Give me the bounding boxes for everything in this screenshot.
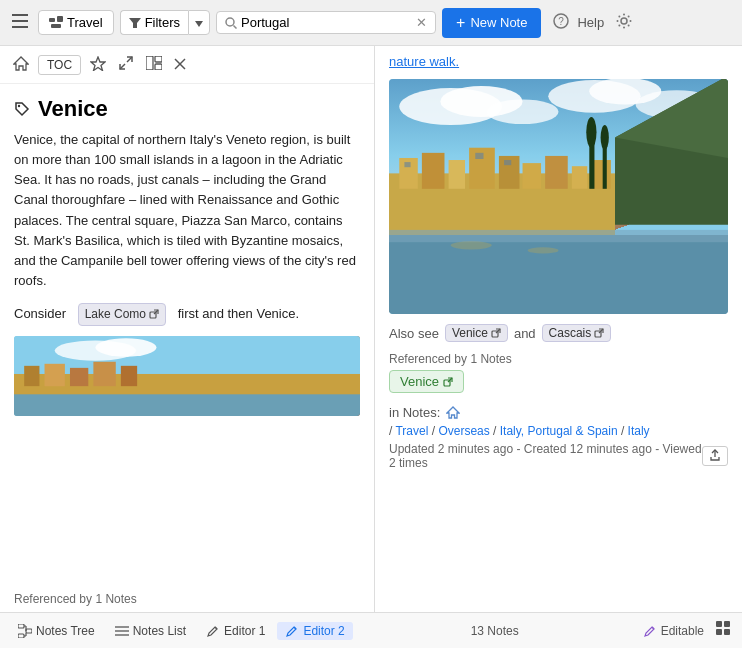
right-referenced-text: Referenced by 1 Notes bbox=[389, 352, 512, 366]
svg-marker-7 bbox=[195, 21, 203, 27]
settings-button[interactable] bbox=[610, 9, 638, 36]
svg-marker-79 bbox=[447, 407, 459, 418]
svg-rect-4 bbox=[57, 16, 63, 22]
search-clear-button[interactable]: ✕ bbox=[416, 15, 427, 30]
expand-button[interactable] bbox=[115, 52, 137, 77]
svg-point-17 bbox=[619, 15, 621, 17]
svg-rect-95 bbox=[724, 621, 730, 627]
star-icon bbox=[90, 56, 106, 71]
svg-rect-39 bbox=[70, 368, 88, 386]
lake-como-link[interactable]: Lake Como bbox=[78, 303, 166, 326]
svg-rect-40 bbox=[93, 361, 115, 385]
notes-list-label: Notes List bbox=[133, 624, 186, 638]
nature-walk-link[interactable]: nature walk. bbox=[389, 54, 459, 69]
notes-tree-item[interactable]: Notes Tree bbox=[10, 622, 103, 640]
filter-icon bbox=[129, 18, 141, 28]
editable-icon bbox=[643, 624, 657, 638]
home-button[interactable] bbox=[10, 53, 32, 77]
notes-list-item[interactable]: Notes List bbox=[107, 622, 194, 640]
svg-rect-41 bbox=[121, 366, 137, 386]
venice-also-see-link[interactable]: Venice bbox=[445, 324, 508, 342]
svg-point-16 bbox=[630, 20, 632, 22]
close-icon bbox=[174, 58, 186, 70]
grid-view-item[interactable] bbox=[716, 621, 732, 640]
svg-point-18 bbox=[628, 25, 630, 27]
right-referenced-by: Referenced by 1 Notes bbox=[389, 352, 728, 366]
svg-rect-82 bbox=[18, 634, 24, 638]
also-see-label: Also see bbox=[389, 326, 439, 341]
notes-count: 13 Notes bbox=[471, 624, 525, 638]
breadcrumb-path: / Travel / Overseas / Italy, Portugal & … bbox=[389, 424, 728, 438]
chevron-down-icon bbox=[195, 21, 203, 27]
breadcrumb-overseas[interactable]: Overseas bbox=[438, 424, 489, 438]
editor2-item[interactable]: Editor 2 bbox=[277, 622, 352, 640]
new-note-label: New Note bbox=[470, 15, 527, 30]
svg-rect-55 bbox=[449, 160, 465, 189]
svg-rect-25 bbox=[146, 56, 153, 70]
editable-item[interactable]: Editable bbox=[643, 624, 704, 638]
editor1-item[interactable]: Editor 1 bbox=[198, 622, 273, 640]
consider-paragraph: Consider Lake Como first and then Venice… bbox=[14, 303, 360, 326]
filter-button[interactable]: Filters bbox=[120, 10, 188, 35]
toc-button[interactable]: TOC bbox=[38, 55, 81, 75]
help-icon: ? bbox=[553, 13, 569, 29]
grid-icon bbox=[716, 621, 732, 637]
svg-rect-70 bbox=[389, 230, 728, 242]
svg-rect-26 bbox=[155, 56, 162, 62]
breadcrumb-italy[interactable]: Italy bbox=[628, 424, 650, 438]
svg-rect-1 bbox=[12, 20, 28, 22]
settings-icon bbox=[616, 13, 632, 29]
right-panel-image bbox=[389, 79, 728, 314]
venice-badge-external-icon bbox=[443, 377, 453, 387]
note-body: Venice, the capital of northern Italy's … bbox=[0, 130, 374, 586]
travel-label: Travel bbox=[67, 15, 103, 30]
help-button[interactable]: ? bbox=[547, 9, 575, 36]
upload-button[interactable] bbox=[702, 446, 728, 466]
svg-point-13 bbox=[623, 14, 625, 16]
venice-also-see-label: Venice bbox=[452, 326, 488, 340]
svg-rect-60 bbox=[572, 166, 587, 189]
svg-marker-6 bbox=[129, 18, 141, 28]
search-icon bbox=[225, 17, 237, 29]
in-notes-home-icon bbox=[446, 406, 460, 419]
left-panel-referenced-by: Referenced by 1 Notes bbox=[0, 586, 374, 612]
svg-line-92 bbox=[294, 627, 296, 629]
svg-rect-42 bbox=[14, 394, 360, 416]
home-icon bbox=[13, 56, 29, 71]
new-note-button[interactable]: + New Note bbox=[442, 8, 541, 38]
svg-rect-62 bbox=[404, 162, 410, 167]
filter-dropdown-button[interactable] bbox=[188, 10, 210, 35]
tag-icon bbox=[14, 101, 30, 117]
hamburger-button[interactable] bbox=[8, 10, 32, 36]
plus-icon: + bbox=[456, 14, 465, 32]
left-panel-image bbox=[14, 336, 360, 416]
help-label: Help bbox=[577, 15, 604, 30]
upload-icon bbox=[709, 449, 721, 461]
svg-rect-38 bbox=[45, 364, 65, 386]
left-referenced-text: Referenced by 1 Notes bbox=[14, 592, 137, 606]
external-link-icon bbox=[149, 309, 159, 319]
close-left-button[interactable] bbox=[171, 54, 189, 76]
breadcrumb-italy-portugal[interactable]: Italy, Portugal & Spain bbox=[500, 424, 618, 438]
svg-point-66 bbox=[586, 117, 596, 148]
editable-label: Editable bbox=[661, 624, 704, 638]
svg-line-91 bbox=[215, 627, 217, 629]
in-notes-label: in Notes: bbox=[389, 405, 440, 420]
cascais-link[interactable]: Cascais bbox=[542, 324, 612, 342]
search-input[interactable] bbox=[241, 15, 416, 30]
notes-tree-label: Notes Tree bbox=[36, 624, 95, 638]
travel-button[interactable]: Travel bbox=[38, 10, 114, 35]
right-panel: nature walk. bbox=[375, 46, 742, 612]
layout-button[interactable] bbox=[143, 53, 165, 76]
editor1-label: Editor 1 bbox=[224, 624, 265, 638]
status-bar: Notes Tree Notes List Editor 1 Editor 2 … bbox=[0, 612, 742, 648]
venice-badge-link[interactable]: Venice bbox=[389, 370, 464, 393]
star-button[interactable] bbox=[87, 53, 109, 77]
breadcrumb-travel[interactable]: Travel bbox=[395, 424, 428, 438]
svg-marker-22 bbox=[91, 57, 105, 71]
editor2-label: Editor 2 bbox=[303, 624, 344, 638]
svg-point-19 bbox=[628, 15, 630, 17]
expand-icon bbox=[118, 55, 134, 71]
cascais-label: Cascais bbox=[549, 326, 592, 340]
main-content: TOC bbox=[0, 46, 742, 612]
